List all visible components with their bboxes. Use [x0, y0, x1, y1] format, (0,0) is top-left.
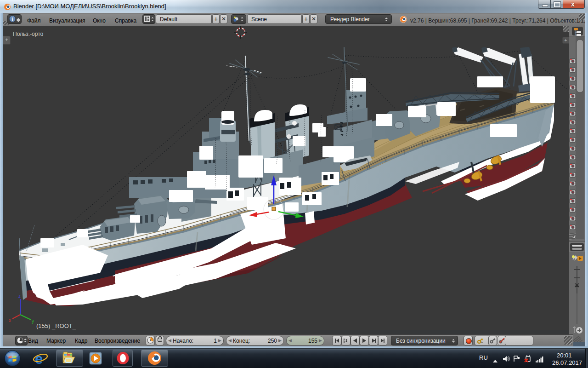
svg-text:(155) _ROOT_: (155) _ROOT_ — [36, 322, 76, 329]
svg-text:z: z — [18, 293, 21, 299]
svg-text:Польз.-орто: Польз.-орто — [13, 31, 44, 37]
svg-text:y: y — [32, 319, 34, 324]
svg-text:x: x — [9, 318, 11, 323]
svg-text:i: i — [11, 16, 13, 22]
svg-text:e: e — [35, 351, 43, 366]
